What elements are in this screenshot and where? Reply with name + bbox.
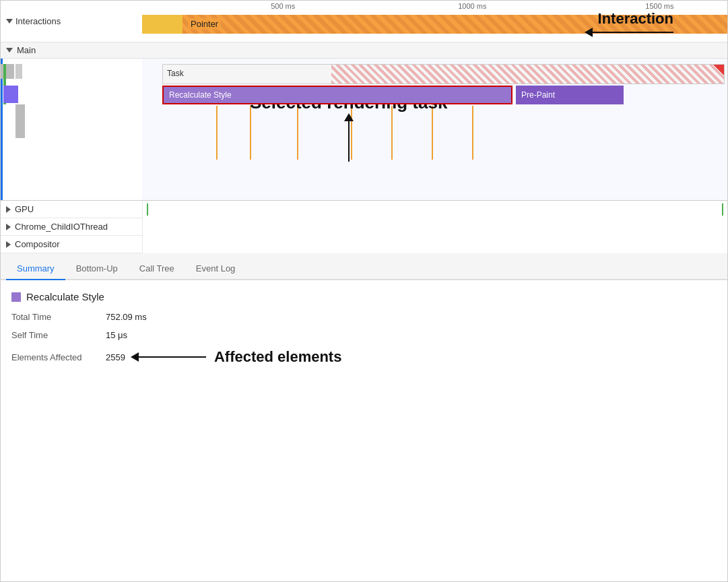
track-label-childio[interactable]: Chrome_ChildIOThread — [1, 222, 142, 232]
timing-line-1 — [216, 106, 218, 160]
task-label: Task — [167, 69, 184, 78]
summary-row-affected: Elements Affected 2559 Affected elements — [11, 348, 717, 366]
track-name-compositor: Compositor — [15, 239, 59, 249]
tabs-bar: Summary Bottom-Up Call Tree Event Log — [1, 253, 727, 280]
track-timeline-childio — [142, 218, 727, 236]
timing-line-6 — [432, 106, 433, 160]
time-marker-500: 500 ms — [271, 2, 295, 10]
tab-bottom-up[interactable]: Bottom-Up — [65, 258, 129, 280]
tab-bottom-up-label: Bottom-Up — [76, 263, 118, 273]
time-marker-1000: 1000 ms — [458, 2, 486, 10]
pointer-interaction-bar: Pointer — [183, 15, 727, 34]
summary-val-self-time: 15 μs — [106, 330, 127, 340]
tab-call-tree-label: Call Tree — [139, 263, 174, 273]
track-timeline-compositor — [142, 236, 727, 253]
interactions-row: Interactions 500 ms 1000 ms 1500 ms Poin… — [1, 1, 727, 42]
tab-event-log[interactable]: Event Log — [185, 258, 246, 280]
summary-val-total-time: 752.09 ms — [106, 312, 147, 322]
timing-lines — [162, 106, 727, 160]
summary-key-total-time: Total Time — [11, 312, 106, 322]
time-markers: 500 ms 1000 ms 1500 ms — [142, 1, 727, 13]
main-label: Main — [17, 45, 36, 55]
track-expand-icon-childio[interactable] — [6, 224, 11, 230]
interactions-label-text: Interactions — [15, 16, 61, 26]
track-row-compositor[interactable]: Compositor — [1, 236, 727, 253]
timing-line-3 — [297, 106, 298, 160]
track-row-gpu[interactable]: GPU — [1, 201, 727, 218]
main-collapse-icon[interactable] — [6, 48, 13, 53]
timing-line-7 — [472, 106, 473, 160]
track-name-childio: Chrome_ChildIOThread — [15, 222, 108, 232]
summary-key-self-time: Self Time — [11, 330, 106, 340]
summary-val-affected: 2559 — [106, 352, 125, 362]
main-left-bar — [1, 59, 142, 200]
timing-line-2 — [250, 106, 251, 160]
small-gray-block-2 — [15, 64, 22, 79]
track-expand-icon-gpu[interactable] — [6, 206, 11, 213]
track-timeline-gpu — [142, 201, 727, 218]
timing-line-5 — [391, 106, 393, 160]
interactions-label[interactable]: Interactions — [1, 16, 142, 26]
small-gray-block-1 — [1, 64, 14, 79]
interactions-collapse-icon[interactable] — [6, 19, 13, 24]
pointer-yellow-block — [142, 15, 183, 34]
tab-event-log-label: Event Log — [196, 263, 236, 273]
pointer-label: Pointer — [188, 18, 221, 30]
summary-row-self-time: Self Time 15 μs — [11, 330, 717, 340]
arrow-tip-left-affected-icon — [131, 352, 139, 362]
prepaint-label: Pre-Paint — [521, 90, 555, 100]
summary-title: Recalculate Style — [26, 291, 104, 302]
small-purple-block-1 — [3, 86, 18, 103]
main-header[interactable]: Main — [1, 42, 727, 59]
summary-panel: Recalculate Style Total Time 752.09 ms S… — [1, 280, 727, 385]
prepaint-bar[interactable]: Pre-Paint — [516, 86, 624, 104]
track-name-gpu: GPU — [15, 204, 34, 214]
time-marker-1500: 1500 ms — [645, 2, 673, 10]
task-bar[interactable]: Task — [162, 64, 725, 84]
affected-annotation-text: Affected elements — [214, 348, 342, 366]
tracks-container: GPU Chrome_ChildIOThread Compositor — [1, 201, 727, 253]
track-expand-icon-compositor[interactable] — [6, 241, 11, 248]
track-green-line-gpu-2 — [722, 203, 723, 216]
tab-summary[interactable]: Summary — [6, 258, 65, 280]
interactions-timeline: 500 ms 1000 ms 1500 ms Pointer Interacti… — [142, 1, 727, 42]
affected-arrow — [131, 352, 206, 362]
track-label-compositor[interactable]: Compositor — [1, 239, 142, 249]
small-gray-block-3 — [15, 104, 25, 138]
timing-line-4 — [351, 106, 352, 160]
main-section: Main Task Recalculate Style Pre- — [1, 42, 727, 201]
summary-key-affected: Elements Affected — [11, 352, 106, 362]
task-hatch — [331, 65, 724, 84]
summary-row-total-time: Total Time 752.09 ms — [11, 312, 717, 322]
affected-annotation: Affected elements — [131, 348, 342, 366]
track-green-line-gpu-1 — [147, 203, 148, 216]
main-canvas: Task Recalculate Style Pre-Paint — [142, 59, 727, 200]
blue-left-border — [1, 59, 3, 200]
tab-call-tree[interactable]: Call Tree — [129, 258, 185, 280]
pointer-bar: Pointer — [142, 14, 727, 34]
summary-title-row: Recalculate Style — [11, 291, 717, 302]
recalculate-style-label: Recalculate Style — [169, 90, 232, 100]
recalculate-style-bar[interactable]: Recalculate Style — [162, 86, 512, 104]
main-timeline-area: Task Recalculate Style Pre-Paint — [1, 59, 727, 200]
track-row-childio[interactable]: Chrome_ChildIOThread — [1, 218, 727, 236]
recalculate-style-color-icon — [11, 292, 21, 302]
arrow-line-horiz-affected — [139, 356, 206, 358]
tab-summary-label: Summary — [17, 263, 55, 273]
track-label-gpu[interactable]: GPU — [1, 204, 142, 214]
